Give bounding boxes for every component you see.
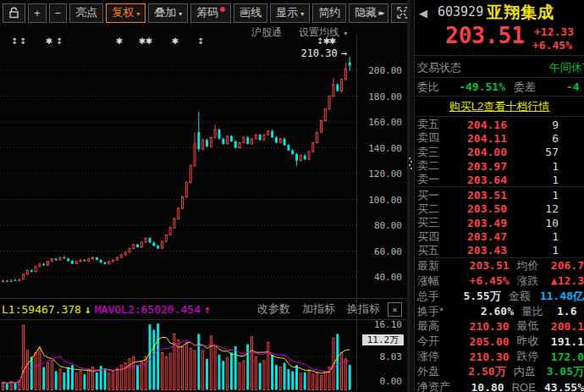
- event-marker-icon[interactable]: ✱: [146, 36, 152, 46]
- level-price: 204.11: [446, 132, 507, 145]
- arrow-right-icon: →: [341, 47, 347, 59]
- level-price: 203.50: [446, 202, 507, 215]
- back-arrow-icon[interactable]: ◀: [419, 7, 427, 19]
- weibi-value: -49.51%: [449, 80, 505, 93]
- stat-value: 3.05万: [542, 364, 584, 379]
- event-marker-icon[interactable]: ↕: [197, 36, 204, 46]
- pane-splitter[interactable]: [407, 0, 414, 392]
- toolbar-button-label: +: [34, 7, 41, 19]
- toolbar-button-highlight[interactable]: 亮点: [69, 3, 103, 23]
- stat-value: 2.60%: [456, 305, 514, 317]
- toolbar-button-hide[interactable]: 隐藏▸▸: [349, 3, 388, 23]
- event-marker-icon[interactable]: ↕: [11, 36, 18, 46]
- event-marker-icon[interactable]: ↕: [56, 36, 63, 46]
- buy-level-row[interactable]: 买三203.4910: [415, 216, 584, 229]
- stat-value: 11.48亿: [535, 289, 584, 304]
- quote-panel: ◀ 603929 亚翔集成 203.51 +12.33 +6.45% 交易状态 …: [414, 0, 584, 392]
- event-marker-icon[interactable]: ✱: [46, 36, 52, 46]
- set-ma-dropdown[interactable]: 设置均线 ▾: [299, 25, 347, 40]
- event-marker-icon[interactable]: ↕: [19, 36, 26, 46]
- sell-level-row[interactable]: 卖二203.971: [415, 159, 584, 173]
- price-tick-label: 100.00: [355, 195, 402, 206]
- toolbar-button-adjust-price[interactable]: 复权▾: [106, 3, 146, 23]
- add-indicator-button[interactable]: 加指标: [302, 301, 335, 317]
- price-tick-label: 40.00: [355, 272, 402, 283]
- stat-row: 涨停210.30跌停172.0: [415, 349, 584, 364]
- level-price: 203.43: [446, 244, 507, 257]
- chevron-down-icon: ▾: [179, 10, 182, 18]
- l2-promo-row: 购买L2查看十档行情: [415, 97, 584, 117]
- toolbar-button-label: 复权: [112, 5, 134, 20]
- buy-level-row[interactable]: 买四203.471: [415, 229, 584, 243]
- toolbar-button-lock[interactable]: [3, 3, 25, 23]
- buy-level-row[interactable]: 买五203.431: [415, 244, 584, 257]
- buy-l2-link[interactable]: 购买L2查看十档行情: [449, 99, 549, 114]
- stat-label: 涨跌: [510, 273, 546, 289]
- switch-indicator-button[interactable]: 换指标: [347, 301, 380, 317]
- level-label: 卖一: [415, 172, 446, 187]
- chevron-down-icon: ▾: [300, 10, 304, 18]
- change-params-button[interactable]: 改参数: [257, 301, 290, 317]
- sell-level-row[interactable]: 卖一203.641: [415, 173, 584, 186]
- toolbar-button-label: 隐藏: [355, 5, 377, 20]
- stat-label: 今开: [415, 334, 455, 349]
- close-indicator-button[interactable]: ✕: [388, 302, 402, 317]
- toolbar-button-simple-mode[interactable]: 简约: [312, 3, 346, 23]
- stat-value: 10.80: [452, 381, 504, 392]
- buy-levels: 买一203.511买二203.5012买三203.4910买四203.471买五…: [415, 187, 584, 257]
- status-value: 午间休市: [549, 60, 584, 75]
- level-price: 203.97: [446, 160, 507, 173]
- price-tick-label: 120.00: [355, 168, 402, 179]
- stat-label: 最低: [510, 318, 546, 334]
- quote-header: ◀ 603929 亚翔集成 203.51 +12.33 +6.45%: [415, 0, 584, 56]
- stat-label: 最高: [415, 318, 455, 334]
- volume-tick-label: 8.03: [355, 351, 402, 362]
- stat-row: 最高210.30最低200.1: [415, 319, 584, 334]
- stat-row: 净资产10.80ROE43.55%: [415, 379, 584, 392]
- buy-level-row[interactable]: 买二203.5012: [415, 202, 584, 216]
- set-ma-label: 设置均线: [299, 26, 339, 38]
- chart-subheader: 沪股通 设置均线 ▾: [0, 25, 408, 36]
- level-price: 203.49: [446, 217, 507, 229]
- level-volume: 1: [507, 160, 559, 173]
- mavol2-value: MAVOL2:65020.454: [95, 303, 201, 316]
- stat-value: +6.45%: [455, 274, 510, 287]
- event-marker-icon[interactable]: ✱: [116, 36, 123, 46]
- annotation-value: 210.30: [300, 47, 337, 59]
- toolbar-button-zoom-in[interactable]: +: [28, 3, 47, 23]
- toolbar-button-chips[interactable]: 筹码: [190, 3, 231, 23]
- chevron-down-icon: ▾: [136, 10, 140, 18]
- level-volume: 10: [507, 217, 559, 229]
- toolbar-button-draw-line[interactable]: 画线: [234, 3, 267, 23]
- event-marker-icon[interactable]: ✱: [172, 36, 179, 46]
- price-tick-label: 80.00: [355, 220, 402, 231]
- stat-value: 2.50万: [453, 364, 505, 379]
- volume-tag: 11.2万: [362, 334, 404, 345]
- sell-level-row[interactable]: 卖三204.0057: [415, 146, 584, 159]
- level-label: 买四: [415, 229, 446, 245]
- stat-label: 跌停: [510, 349, 546, 364]
- buy-level-row[interactable]: 买一203.511: [415, 188, 584, 202]
- arrow-down-icon: ↓: [85, 303, 91, 316]
- high-price-annotation: 210.30→: [279, 47, 347, 59]
- level-label: 卖二: [415, 158, 446, 174]
- stat-value: ▲12.3: [546, 274, 584, 287]
- toolbar-button-label: 显示: [276, 5, 298, 20]
- sell-level-row[interactable]: 卖五204.169: [415, 118, 584, 131]
- toolbar-button-zoom-out[interactable]: −: [49, 3, 68, 23]
- stat-label: 总手: [415, 289, 451, 304]
- stat-row: 今开205.00昨收191.1: [415, 334, 584, 349]
- stock-name: 亚翔集成: [487, 2, 554, 24]
- indicator-bar: L1:59467.378 ↓ MAVOL2:65020.454 ↑ 改参数 加指…: [0, 298, 407, 320]
- commission-ratio-row: 委比 -49.51% 委差 -4: [415, 78, 584, 97]
- weicha-value: -4: [566, 80, 580, 93]
- arrow-up-icon: ↑: [204, 303, 211, 316]
- toolbar-button-display[interactable]: 显示▾: [270, 3, 310, 23]
- sell-level-row[interactable]: 卖四204.116: [415, 131, 584, 145]
- level-volume: 1: [507, 230, 559, 243]
- toolbar-button-overlay[interactable]: 叠加▾: [148, 3, 188, 23]
- stat-label: 最新: [415, 258, 455, 273]
- level-volume: 57: [507, 146, 559, 158]
- price-tick-label: 140.00: [355, 143, 402, 154]
- stat-label: 涨停: [415, 349, 455, 364]
